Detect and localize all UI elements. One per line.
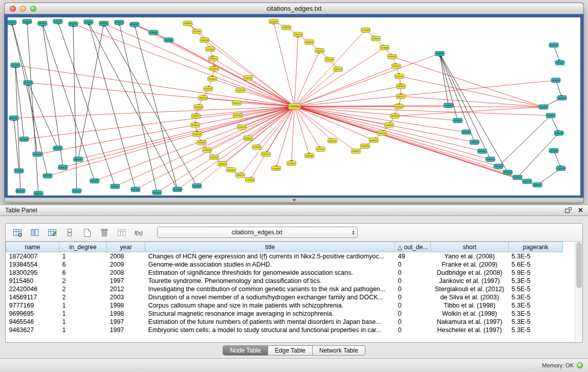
table-row[interactable]: 1830029562008Estimation of significance …	[6, 269, 563, 277]
graph-node[interactable]: 17240582	[289, 104, 301, 110]
graph-node[interactable]: 12530212	[236, 173, 245, 178]
graph-node[interactable]: 15582211	[304, 40, 314, 45]
graph-node[interactable]: 19755913	[549, 43, 558, 48]
column-header[interactable]: year	[107, 242, 145, 252]
graph-node[interactable]: 10865014	[470, 140, 479, 144]
graph-node[interactable]: 11254439	[361, 28, 370, 32]
graph-node[interactable]: 10255401	[111, 184, 120, 189]
graph-node[interactable]: 9853270	[462, 130, 471, 135]
graph-node[interactable]: 9150113	[53, 146, 62, 150]
graph-node[interactable]: 16649910	[282, 25, 291, 30]
graph-node[interactable]: 11599581	[539, 105, 548, 110]
graph-node[interactable]: 9815310	[486, 157, 495, 162]
graph-node[interactable]: 10753144	[192, 184, 202, 188]
graph-node[interactable]: 19648794	[435, 51, 444, 56]
scrollbar-thumb[interactable]	[576, 242, 582, 288]
graph-node[interactable]: 15081212	[333, 67, 342, 72]
graph-node[interactable]: 10930172	[191, 114, 201, 118]
graph-node[interactable]: 17851421	[244, 76, 253, 80]
graph-node[interactable]: 11607427	[396, 94, 405, 99]
graph-node[interactable]: 19613725	[294, 32, 303, 37]
graph-node[interactable]: 8853012	[16, 189, 25, 193]
column-header[interactable]: name	[6, 242, 59, 252]
graph-node[interactable]: 10091407	[232, 101, 242, 105]
table-row[interactable]: 946554611997Estimation of the future num…	[6, 318, 563, 326]
graph-node[interactable]: 9853202	[115, 20, 124, 25]
column-mapping-icon[interactable]	[28, 226, 41, 238]
minimize-window-button[interactable]	[20, 6, 26, 12]
graph-node[interactable]: 11534491	[384, 123, 394, 127]
tab-node-table[interactable]: Node Table	[223, 346, 268, 355]
graph-node[interactable]: 10770353	[556, 166, 565, 170]
graph-node[interactable]: 9245012	[522, 179, 532, 184]
graph-node[interactable]: 16372022	[233, 113, 243, 118]
delete-icon[interactable]	[98, 226, 111, 238]
rows-icon[interactable]	[63, 226, 76, 238]
graph-node[interactable]: 19351220	[315, 48, 324, 53]
graph-node[interactable]: 18957594	[377, 131, 386, 136]
graph-node[interactable]: 12808216	[203, 148, 212, 152]
graph-node[interactable]: 12124549	[269, 19, 278, 24]
graph-node[interactable]: 12116112	[394, 104, 403, 109]
graph-node[interactable]: 9679919	[444, 103, 453, 108]
graph-node[interactable]: 18751015	[391, 64, 401, 69]
graph-node[interactable]: 9624501	[503, 170, 512, 174]
graph-node[interactable]: 16754012	[209, 56, 218, 61]
window-bottom-bar[interactable]	[5, 198, 583, 203]
graph-node[interactable]: 9564210	[11, 63, 20, 68]
graph-node[interactable]: 10531504	[24, 80, 33, 85]
graph-node[interactable]: 12085419	[194, 105, 203, 110]
column-header[interactable]: short	[431, 242, 509, 252]
graph-node[interactable]: 17093341	[210, 155, 219, 160]
graph-node[interactable]: 8554210	[153, 190, 162, 195]
graph-node[interactable]: 17485083	[387, 54, 397, 59]
column-header[interactable]: pagerank	[509, 242, 563, 252]
graph-node[interactable]: 12224080	[192, 29, 202, 34]
table-row[interactable]: 1456911722003Disruption of a novel membe…	[6, 293, 563, 301]
graph-node[interactable]: 12213987	[371, 36, 380, 41]
graph-node[interactable]: 9924502	[173, 187, 182, 192]
graph-node[interactable]: 10865213	[554, 131, 563, 136]
graph-node[interactable]: 9553013	[90, 179, 99, 183]
graph-node[interactable]: 10467919	[453, 118, 462, 123]
graph-node[interactable]: 16162515	[324, 57, 334, 62]
graph-node[interactable]: 15824018	[200, 38, 209, 42]
column-header[interactable]: in_degree	[59, 242, 107, 252]
graph-node[interactable]: 17654081	[246, 178, 255, 182]
graph-node[interactable]: 9227441	[555, 60, 564, 65]
graph-node[interactable]: 17165442	[272, 166, 281, 170]
graph-node[interactable]: 8914301	[130, 22, 139, 27]
graph-node[interactable]: 9901125	[58, 165, 68, 170]
graph-node[interactable]: 8850132	[43, 173, 52, 178]
graph-node[interactable]: 12426510	[210, 67, 219, 71]
graph-node[interactable]: 12145491	[252, 145, 262, 149]
function-icon[interactable]: f(x)	[133, 226, 146, 238]
graph-node[interactable]: 10924514	[494, 164, 503, 169]
graph-node[interactable]: 16016127	[390, 114, 399, 118]
window-titlebar[interactable]: citations_edges.txt	[5, 3, 583, 14]
graph-node[interactable]: 10465013	[74, 157, 83, 162]
graph-node[interactable]: 9410572	[84, 19, 93, 24]
graph-node[interactable]: 8924551	[533, 183, 542, 187]
graph-node[interactable]: 10110458	[33, 152, 42, 157]
import-table-icon[interactable]	[115, 226, 128, 238]
close-window-button[interactable]	[10, 6, 16, 12]
graph-node[interactable]: 18426613	[551, 78, 560, 82]
graph-node[interactable]: 9553130	[14, 168, 24, 173]
new-file-icon[interactable]	[80, 226, 94, 238]
float-panel-icon[interactable]	[564, 207, 572, 214]
graph-node[interactable]: 9135534	[53, 19, 62, 24]
graph-node[interactable]: 9024511	[34, 191, 43, 195]
table-row[interactable]: 911546021997Tourette syndrome. Phenomeno…	[6, 277, 563, 285]
graph-node[interactable]: 15049123	[360, 144, 369, 148]
column-header[interactable]: title	[145, 242, 395, 252]
table-row[interactable]: 1938455462009Genome-wide association stu…	[6, 260, 563, 269]
graph-node[interactable]: 12637218	[193, 132, 202, 137]
graph-node[interactable]: 11453164	[557, 96, 567, 100]
graph-node[interactable]: 9462210	[477, 149, 487, 154]
graph-node[interactable]: 8901155	[9, 116, 18, 120]
graph-node[interactable]: 20160651	[149, 30, 158, 35]
graph-node[interactable]: 12052822	[183, 21, 192, 26]
graph-node[interactable]: 10224801	[38, 21, 47, 26]
graph-node[interactable]: 12775147	[204, 86, 213, 91]
